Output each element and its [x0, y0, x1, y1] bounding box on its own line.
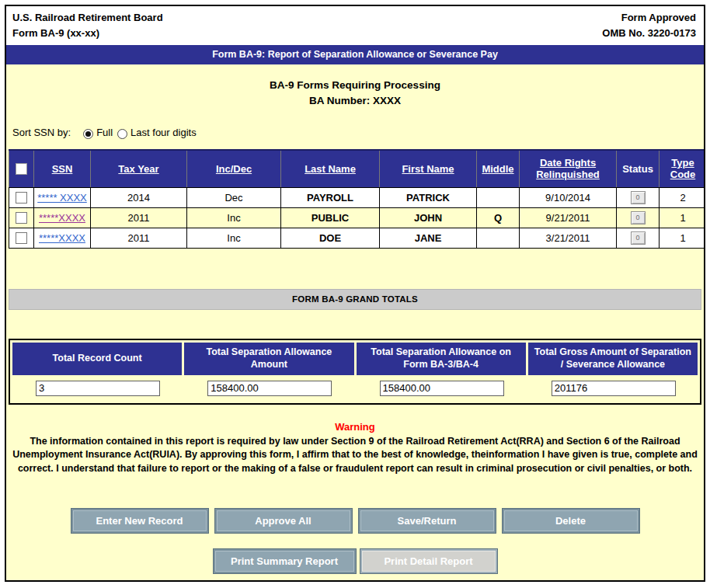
inc-dec-cell: Inc: [187, 207, 281, 228]
header-left: U.S. Railroad Retirement Board Form BA-9…: [12, 10, 163, 40]
last-name-cell: PUBLIC: [281, 207, 380, 228]
first-name-cell: PATRICK: [380, 187, 477, 207]
print-detail-report-button: Print Detail Report: [360, 549, 497, 573]
sort-ssn-controls: Sort SSN by: Full Last four digits: [12, 127, 704, 138]
approve-all-button[interactable]: Approve All: [215, 509, 352, 533]
print-buttons-row: Print Summary Report Print Detail Report: [6, 549, 704, 573]
form-approved-label: Form Approved: [602, 10, 696, 26]
warning-section: Warning The information contained in thi…: [6, 421, 704, 476]
enter-new-record-button[interactable]: Enter New Record: [71, 509, 208, 533]
col-header-status: Status: [617, 150, 660, 187]
last-name-cell: PAYROLL: [281, 187, 380, 207]
type-code-cell: 1: [660, 207, 706, 228]
save-return-button[interactable]: Save/Return: [359, 509, 496, 533]
first-name-cell: JANE: [380, 228, 477, 248]
status-button[interactable]: 0: [631, 231, 646, 245]
total-gross-amount-input[interactable]: [552, 381, 676, 396]
radio-full-label[interactable]: Full: [96, 127, 113, 138]
table-header-row: SSN Tax Year Inc/Dec Last Name First Nam…: [9, 150, 706, 187]
section-title: BA-9 Forms Requiring Processing BA Numbe…: [6, 78, 704, 108]
form-page: U.S. Railroad Retirement Board Form BA-9…: [5, 5, 705, 582]
select-all-checkbox[interactable]: [16, 163, 27, 175]
date-rights-cell: 9/21/2011: [520, 207, 617, 228]
ssn-link[interactable]: ***** XXXX: [37, 192, 87, 204]
radio-last-four-label[interactable]: Last four digits: [131, 127, 197, 138]
total-sep-allowance-ba34-header: Total Separation Allowance on Form BA-3/…: [357, 343, 526, 375]
ssn-link[interactable]: *****XXXX: [39, 232, 85, 244]
tax-year-cell: 2011: [91, 207, 187, 228]
agency-name: U.S. Railroad Retirement Board: [12, 10, 163, 26]
type-code-cell: 1: [660, 228, 706, 248]
col-header-first-name[interactable]: First Name: [380, 150, 477, 187]
warning-title: Warning: [6, 421, 704, 433]
tax-year-cell: 2014: [91, 187, 187, 207]
col-header-ssn[interactable]: SSN: [34, 150, 91, 187]
radio-full-icon[interactable]: [83, 129, 93, 139]
col-header-tax-year[interactable]: Tax Year: [91, 150, 187, 187]
warning-text: The information contained in this report…: [12, 435, 698, 476]
table-row: ***** XXXX 2014 Dec PAYROLL PATRICK 9/10…: [9, 187, 706, 207]
status-button[interactable]: 0: [631, 211, 646, 224]
records-table: SSN Tax Year Inc/Dec Last Name First Nam…: [9, 149, 705, 249]
section-title-line1: BA-9 Forms Requiring Processing: [6, 78, 704, 93]
col-header-date-rights[interactable]: Date Rights Relinquished: [520, 150, 617, 187]
middle-cell: [477, 187, 520, 207]
inc-dec-cell: Inc: [187, 228, 281, 248]
sort-ssn-label: Sort SSN by:: [12, 127, 71, 138]
col-header-middle[interactable]: Middle: [477, 150, 520, 187]
first-name-cell: JOHN: [380, 207, 477, 228]
total-record-count-input[interactable]: [36, 381, 160, 396]
total-sep-allowance-input[interactable]: [207, 381, 332, 396]
inc-dec-cell: Dec: [187, 187, 281, 207]
col-header-last-name[interactable]: Last Name: [281, 150, 380, 187]
delete-button[interactable]: Delete: [503, 509, 639, 533]
total-gross-amount-header: Total Gross Amount of Separation / Sever…: [528, 343, 698, 375]
action-buttons-row: Enter New Record Approve All Save/Return…: [6, 509, 704, 533]
tax-year-cell: 2011: [91, 228, 187, 248]
header-right: Form Approved OMB No. 3220-0173: [602, 10, 696, 40]
radio-last-four-icon[interactable]: [117, 129, 127, 139]
middle-cell: [477, 228, 520, 248]
status-button[interactable]: 0: [631, 191, 646, 204]
table-row: *****XXXX 2011 Inc PUBLIC JOHN Q 9/21/20…: [9, 207, 706, 228]
grand-totals-bar: FORM BA-9 GRAND TOTALS: [9, 289, 701, 310]
omb-number: OMB No. 3220-0173: [602, 26, 696, 41]
total-record-count-header: Total Record Count: [12, 343, 182, 375]
total-sep-allowance-ba34-input[interactable]: [380, 381, 504, 396]
date-rights-cell: 3/21/2011: [520, 228, 617, 248]
form-number: Form BA-9 (xx-xx): [12, 26, 163, 41]
row-checkbox[interactable]: [16, 192, 27, 204]
type-code-cell: 2: [660, 187, 706, 207]
page-header: U.S. Railroad Retirement Board Form BA-9…: [6, 6, 704, 45]
row-checkbox[interactable]: [16, 212, 27, 224]
col-header-type-code[interactable]: Type Code: [660, 150, 706, 187]
row-checkbox[interactable]: [16, 232, 27, 244]
col-header-inc-dec[interactable]: Inc/Dec: [187, 150, 281, 187]
form-title-banner: Form BA-9: Report of Separation Allowanc…: [6, 45, 704, 64]
last-name-cell: DOE: [281, 228, 380, 248]
total-sep-allowance-header: Total Separation Allowance Amount: [184, 343, 353, 375]
date-rights-cell: 9/10/2014: [520, 187, 617, 207]
ssn-link[interactable]: *****XXXX: [39, 212, 85, 224]
select-all-cell: [9, 150, 34, 187]
middle-cell: Q: [477, 207, 520, 228]
grand-totals-table: Total Record Count Total Separation Allo…: [9, 339, 701, 405]
ba-number-value: XXXX: [373, 95, 401, 106]
section-title-line2: BA Number: XXXX: [6, 93, 704, 109]
ba-number-label: BA Number:: [309, 95, 370, 106]
table-row: *****XXXX 2011 Inc DOE JANE 3/21/2011 0 …: [9, 228, 706, 248]
print-summary-report-button[interactable]: Print Summary Report: [214, 549, 356, 573]
